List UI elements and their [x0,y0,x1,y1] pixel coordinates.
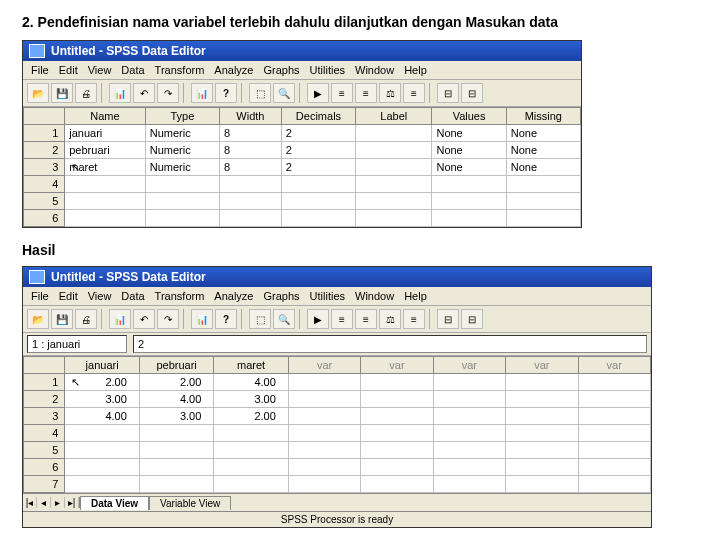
cell-name[interactable]: pebruari [65,142,145,159]
cell[interactable]: 2.00 [214,408,288,425]
col-width[interactable]: Width [219,108,281,125]
col-empty[interactable]: var [361,357,433,374]
menu-view[interactable]: View [88,64,112,76]
cell[interactable] [506,408,578,425]
menu-window[interactable]: Window [355,64,394,76]
col-empty[interactable]: var [506,357,578,374]
cell-value-input[interactable]: 2 [133,335,647,353]
cell-label[interactable] [356,142,432,159]
menu-transform[interactable]: Transform [155,290,205,302]
data-row[interactable]: 2 3.00 4.00 3.00 [24,391,651,408]
data-row[interactable]: 3 4.00 3.00 2.00 [24,408,651,425]
select-cases-icon[interactable] [403,309,425,329]
empty-row[interactable]: 4 [24,176,581,193]
cell-type[interactable]: Numeric [145,159,219,176]
row-number[interactable]: 5 [24,442,65,459]
cell[interactable]: 4.00 [139,391,213,408]
tab-data-view[interactable]: Data View [80,496,149,510]
row-number[interactable]: 2 [24,391,65,408]
col-empty[interactable]: var [578,357,650,374]
col-label[interactable]: Label [356,108,432,125]
row-number[interactable]: 2 [24,142,65,159]
select-cases-icon[interactable] [403,83,425,103]
insert-case-icon[interactable] [307,83,329,103]
cell[interactable] [361,408,433,425]
value-labels-icon[interactable] [437,309,459,329]
find-icon[interactable] [273,83,295,103]
menu-graphs[interactable]: Graphs [263,64,299,76]
open-icon[interactable] [27,309,49,329]
tab-variable-view[interactable]: Variable View [149,496,231,510]
col-decimals[interactable]: Decimals [281,108,355,125]
menu-window[interactable]: Window [355,290,394,302]
cell[interactable]: 2.00 [139,374,213,391]
data-row[interactable]: 1 2.00 2.00 4.00 [24,374,651,391]
split-file-icon[interactable] [355,83,377,103]
weight-cases-icon[interactable] [379,309,401,329]
cell-decimals[interactable]: 2 [281,159,355,176]
variable-row[interactable]: 2 pebruari Numeric 8 2 None None [24,142,581,159]
cell-values[interactable]: None [432,159,506,176]
variable-row[interactable]: 3 maret Numeric 8 2 None None [24,159,581,176]
save-icon[interactable] [51,83,73,103]
redo-icon[interactable] [157,83,179,103]
menu-file[interactable]: File [31,64,49,76]
tab-scroll-arrows[interactable]: |◂ ◂ ▸ ▸| [23,497,80,508]
cell[interactable]: 4.00 [214,374,288,391]
insert-case-icon[interactable] [307,309,329,329]
cell[interactable] [288,391,360,408]
col-name[interactable]: Name [65,108,145,125]
cell[interactable] [578,374,650,391]
print-icon[interactable] [75,309,97,329]
insert-var-icon[interactable] [331,83,353,103]
col-type[interactable]: Type [145,108,219,125]
cell[interactable] [288,408,360,425]
cell[interactable]: 3.00 [214,391,288,408]
row-number[interactable]: 1 [24,125,65,142]
menu-data[interactable]: Data [121,290,144,302]
split-file-icon[interactable] [355,309,377,329]
menu-graphs[interactable]: Graphs [263,290,299,302]
cell[interactable] [433,374,505,391]
cell-width[interactable]: 8 [219,125,281,142]
goto-chart-icon[interactable] [191,83,213,103]
menu-view[interactable]: View [88,290,112,302]
use-sets-icon[interactable] [461,83,483,103]
row-number[interactable]: 4 [24,176,65,193]
prev-icon[interactable]: ◂ [37,497,51,508]
cell-type[interactable]: Numeric [145,125,219,142]
menu-file[interactable]: File [31,290,49,302]
col-values[interactable]: Values [432,108,506,125]
row-number[interactable]: 5 [24,193,65,210]
row-number[interactable]: 3 [24,408,65,425]
empty-row[interactable]: 6 [24,459,651,476]
print-icon[interactable] [75,83,97,103]
insert-var-icon[interactable] [331,309,353,329]
cell-address[interactable]: 1 : januari [27,335,127,353]
menu-edit[interactable]: Edit [59,290,78,302]
cell[interactable]: 3.00 [139,408,213,425]
cell-values[interactable]: None [432,142,506,159]
menu-utilities[interactable]: Utilities [310,64,345,76]
cell-width[interactable]: 8 [219,159,281,176]
cell[interactable] [433,391,505,408]
row-number[interactable]: 3 [24,159,65,176]
cell-name[interactable]: maret [65,159,145,176]
save-icon[interactable] [51,309,73,329]
menu-utilities[interactable]: Utilities [310,290,345,302]
col-pebruari[interactable]: pebruari [139,357,213,374]
col-missing[interactable]: Missing [506,108,580,125]
cell-label[interactable] [356,125,432,142]
cell[interactable] [433,408,505,425]
redo-icon[interactable] [157,309,179,329]
undo-icon[interactable] [133,83,155,103]
cell[interactable] [361,391,433,408]
cell-label[interactable] [356,159,432,176]
empty-row[interactable]: 6 [24,210,581,227]
menu-edit[interactable]: Edit [59,64,78,76]
cell-missing[interactable]: None [506,159,580,176]
variables-icon[interactable] [249,309,271,329]
weight-cases-icon[interactable] [379,83,401,103]
cell[interactable] [578,408,650,425]
cell[interactable] [288,374,360,391]
